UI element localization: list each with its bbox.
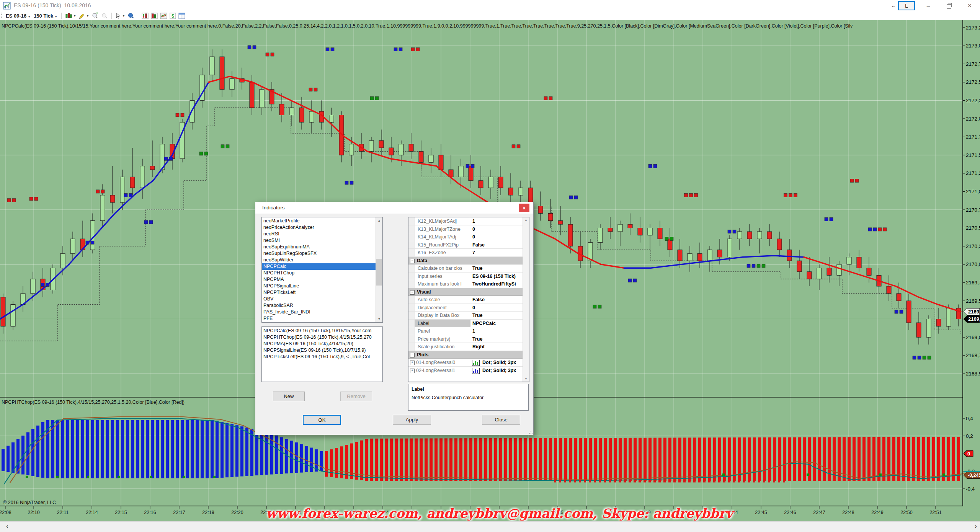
indicator-list-item[interactable]: OBV	[262, 296, 376, 302]
property-row[interactable]: Maximum bars look lTwoHundredFiftySix	[408, 280, 523, 288]
property-row[interactable]: Scale justificationRight	[408, 343, 523, 351]
expand-icon[interactable]: +	[410, 369, 415, 373]
property-row[interactable]: K15_RoundFX2PipFalse	[408, 241, 523, 249]
property-row[interactable]: Display in Data BoxTrue	[408, 312, 523, 320]
indicator-list-item[interactable]: NPCPMA	[262, 276, 376, 283]
cursor-button[interactable]: ▼	[115, 12, 125, 20]
remove-button[interactable]: Remove	[340, 392, 372, 401]
zoom-in-button[interactable]	[91, 12, 99, 20]
zoom-region-button[interactable]	[127, 12, 134, 20]
svg-text:22:08: 22:08	[0, 510, 11, 515]
indicator-list[interactable]: neoMarketProfileneoPriceActionAnalyzerne…	[261, 217, 383, 323]
property-grid-scrollbar[interactable]: ▲ ▼	[523, 217, 529, 382]
applied-indicator-list[interactable]: NPCPCalc(ES 09-16 (150 Tick),10/15/15,Yo…	[261, 326, 383, 382]
dock-arrow-icon[interactable]: ←	[890, 1, 897, 10]
dialog-title-bar[interactable]: Indicators	[255, 202, 533, 214]
property-row[interactable]: Displacement0	[408, 304, 523, 312]
collapse-icon[interactable]: −	[410, 259, 415, 263]
property-row[interactable]: Input seriesES 09-16 (150 Tick)	[408, 273, 523, 281]
property-row[interactable]: Price marker(s)True	[408, 335, 523, 343]
property-description: Label NetPicks Counterpunch calculator	[408, 384, 529, 411]
collapse-icon[interactable]: −	[410, 353, 415, 357]
scroll-down-icon[interactable]: ▼	[523, 376, 529, 382]
close-button[interactable]: ×	[963, 1, 976, 10]
indicator-list-item[interactable]: NPCPTicksLeft	[262, 289, 376, 296]
toolbar-grip[interactable]	[1, 13, 2, 19]
property-row[interactable]: Auto scaleFalse	[408, 296, 523, 304]
property-section-header[interactable]: −Data	[408, 257, 523, 265]
indicator-list-item[interactable]: PFE	[262, 315, 376, 322]
applied-indicator-item[interactable]: NPCPCalc(ES 09-16 (150 Tick),10/15/15,Yo…	[262, 328, 382, 334]
indicator-list-item[interactable]: neoSupWilder	[262, 257, 376, 263]
indicator-list-scrollbar[interactable]: ▲ ▼	[376, 217, 382, 322]
property-row[interactable]: K13_KLMajorTZone0	[408, 225, 523, 233]
indicator-list-item[interactable]: PAS_Inside_Bar_INDI	[262, 309, 376, 315]
scroll-up-icon[interactable]: ▲	[523, 217, 529, 223]
applied-indicator-item[interactable]: NPCPTicksLeft(ES 09-16 (150 Tick),9, < ,…	[262, 354, 382, 360]
restore-button[interactable]	[942, 1, 956, 10]
resize-grip[interactable]	[529, 430, 532, 434]
indicator-list-item[interactable]: neoMarketProfile	[262, 218, 376, 224]
indicator-list-item[interactable]: NPCPSignalLine	[262, 283, 376, 289]
svg-text:22:48: 22:48	[842, 510, 854, 515]
drawing-tools-button[interactable]: ▼	[78, 12, 89, 20]
indicator-list-item[interactable]: neoSupEqulibriumMA	[262, 244, 376, 250]
new-button[interactable]: New	[273, 392, 305, 401]
property-row[interactable]: Calculate on bar closTrue	[408, 264, 523, 273]
collapse-icon[interactable]: −	[410, 290, 415, 295]
property-section-header[interactable]: −Visual	[408, 288, 523, 296]
link-button[interactable]: L	[898, 1, 915, 10]
horizontal-scrollbar[interactable]: ‹ ›	[0, 521, 980, 532]
bar-type-button[interactable]: ▼	[65, 12, 76, 20]
apply-button[interactable]: Apply	[393, 415, 431, 425]
svg-text:22:14: 22:14	[86, 510, 98, 515]
applied-indicator-item[interactable]: NPCPHTChop(ES 09-16 (150 Tick),4/15/15,2…	[262, 334, 382, 341]
chart-trader-button[interactable]	[142, 12, 149, 20]
svg-text:22:39: 22:39	[639, 510, 650, 515]
indicator-list-item[interactable]: neoPriceActionAnalyzer	[262, 224, 376, 231]
indicator-list-item[interactable]: NPCPCalc	[262, 263, 376, 270]
expand-icon[interactable]: +	[410, 361, 415, 365]
instrument-selector[interactable]: ES 09-16▼	[6, 13, 31, 19]
property-row[interactable]: LabelNPCPCalc	[408, 320, 523, 328]
property-row[interactable]: Panel1	[408, 327, 523, 335]
restore-icon	[947, 4, 951, 9]
market-analyzer-button[interactable]	[151, 12, 158, 20]
property-grid[interactable]: K12_KLMajorSAdj1K13_KLMajorTZone0K14_KLM…	[408, 217, 529, 382]
property-row[interactable]: K16_FXZone7	[408, 249, 523, 257]
indicator-list-item[interactable]: NPCPHTChop	[262, 270, 376, 276]
zoom-out-button[interactable]	[101, 12, 108, 20]
property-row[interactable]: K14_KLMajorTAdj0	[408, 233, 523, 241]
data-grid-button[interactable]	[178, 12, 185, 20]
indicator-list-item[interactable]: neoRSI	[262, 231, 376, 237]
account-button[interactable]: $	[170, 12, 176, 20]
scroll-down-icon[interactable]: ▼	[376, 316, 382, 322]
svg-text:22:17: 22:17	[173, 510, 185, 515]
ok-button[interactable]: OK	[303, 415, 341, 425]
property-section-header[interactable]: −Plots	[408, 351, 523, 359]
svg-text:2170,50: 2170,50	[966, 225, 980, 231]
applied-indicator-item[interactable]: NPCPSignalLine(ES 09-16 (150 Tick),10/7/…	[262, 347, 382, 354]
scroll-left-icon[interactable]: ‹	[6, 522, 8, 530]
property-row[interactable]: K12_KLMajorSAdj1	[408, 217, 523, 225]
scroll-up-icon[interactable]: ▲	[376, 217, 382, 224]
indicator-list-item[interactable]: neoSupLinRegSlopeSFX	[262, 250, 376, 257]
plot-row[interactable]: +01-LongReversal0Dot; Solid; 3px	[408, 359, 523, 367]
row-indent	[408, 280, 415, 288]
row-indent	[408, 343, 415, 351]
dialog-close-button[interactable]: x	[519, 204, 529, 212]
applied-indicator-item[interactable]: NPCPMA(ES 09-16 (150 Tick),4/14/15,20)	[262, 341, 382, 347]
row-indent	[408, 264, 415, 272]
svg-text:22:49: 22:49	[871, 510, 883, 515]
svg-text:22:16: 22:16	[144, 510, 156, 515]
chart-style-button[interactable]	[160, 12, 167, 20]
indicator-list-item[interactable]: ParabolicSAR	[262, 302, 376, 309]
interval-selector[interactable]: 150 Tick▼	[34, 13, 57, 19]
close-dialog-button[interactable]: Close	[482, 415, 520, 425]
svg-text:22:29: 22:29	[464, 510, 476, 515]
plot-row[interactable]: +02-LongReversal1Dot; Solid; 3px	[408, 367, 523, 375]
minimize-button[interactable]: –	[922, 1, 935, 10]
scrollbar-thumb[interactable]	[376, 259, 382, 286]
indicator-list-item[interactable]: neoSMI	[262, 237, 376, 244]
scroll-right-icon[interactable]: ›	[975, 522, 977, 530]
